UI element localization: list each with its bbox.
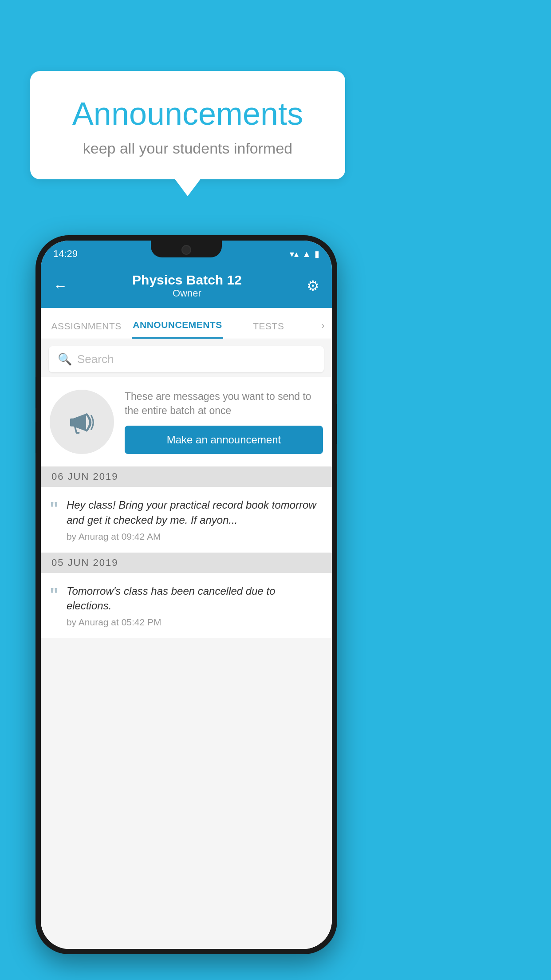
status-time: 14:29	[53, 248, 78, 260]
tab-announcements[interactable]: ANNOUNCEMENTS	[132, 320, 223, 339]
search-placeholder-text: Search	[77, 352, 114, 366]
quote-icon-1: "	[50, 499, 59, 518]
announcement-item-2[interactable]: " Tomorrow's class has been cancelled du…	[41, 573, 332, 638]
back-button[interactable]: ←	[53, 278, 67, 294]
volume-down-button	[35, 422, 36, 453]
app-bar-title: Physics Batch 12	[132, 273, 242, 288]
speech-bubble-card: Announcements keep all your students inf…	[30, 71, 345, 179]
tabs-more[interactable]: ›	[314, 320, 332, 339]
announcement-cta-content: These are messages you want to send to t…	[125, 389, 323, 454]
announcement-meta-1: by Anurag at 09:42 AM	[67, 531, 323, 542]
search-icon: 🔍	[58, 352, 72, 366]
app-bar-subtitle: Owner	[132, 288, 242, 299]
phone-screen: 14:29 ▾▴ ▲ ▮ ← Physics Batch 12 Owner ⚙ …	[41, 241, 332, 949]
date-divider-1: 06 JUN 2019	[41, 466, 332, 487]
announcement-cta-section: These are messages you want to send to t…	[41, 377, 332, 466]
battery-icon: ▮	[315, 249, 319, 259]
app-bar-title-group: Physics Batch 12 Owner	[132, 273, 242, 299]
quote-icon-2: "	[50, 585, 59, 604]
announcement-text-2: Tomorrow's class has been cancelled due …	[67, 584, 323, 628]
app-bar: ← Physics Batch 12 Owner ⚙	[41, 264, 332, 308]
speech-bubble-subtitle: keep all your students informed	[57, 140, 319, 157]
announcement-meta-2: by Anurag at 05:42 PM	[67, 617, 323, 628]
wifi-icon: ▾▴	[290, 249, 299, 259]
megaphone-icon	[66, 406, 98, 438]
announcement-message-1: Hey class! Bring your practical record b…	[67, 498, 323, 527]
announcement-item-1[interactable]: " Hey class! Bring your practical record…	[41, 487, 332, 552]
announcement-description: These are messages you want to send to t…	[125, 389, 323, 418]
announcement-text-1: Hey class! Bring your practical record b…	[67, 498, 323, 541]
status-icons: ▾▴ ▲ ▮	[290, 249, 319, 259]
signal-icon: ▲	[302, 249, 311, 259]
settings-button[interactable]: ⚙	[307, 277, 319, 294]
tab-tests[interactable]: TESTS	[223, 321, 314, 339]
announcement-icon-circle	[50, 390, 114, 454]
svg-rect-1	[70, 419, 74, 427]
power-button	[336, 404, 337, 444]
announcement-message-2: Tomorrow's class has been cancelled due …	[67, 584, 323, 613]
speech-bubble-title: Announcements	[57, 95, 319, 132]
phone-camera	[181, 245, 191, 255]
date-divider-2: 05 JUN 2019	[41, 553, 332, 573]
search-bar[interactable]: 🔍 Search	[49, 346, 324, 372]
content-area: 🔍 Search	[41, 339, 332, 949]
make-announcement-button[interactable]: Make an announcement	[125, 426, 323, 454]
volume-up-button	[35, 377, 36, 408]
phone-frame: 14:29 ▾▴ ▲ ▮ ← Physics Batch 12 Owner ⚙ …	[35, 235, 337, 954]
tabs-bar: ASSIGNMENTS ANNOUNCEMENTS TESTS ›	[41, 308, 332, 339]
tab-assignments[interactable]: ASSIGNMENTS	[41, 321, 132, 339]
phone-notch	[151, 241, 222, 257]
